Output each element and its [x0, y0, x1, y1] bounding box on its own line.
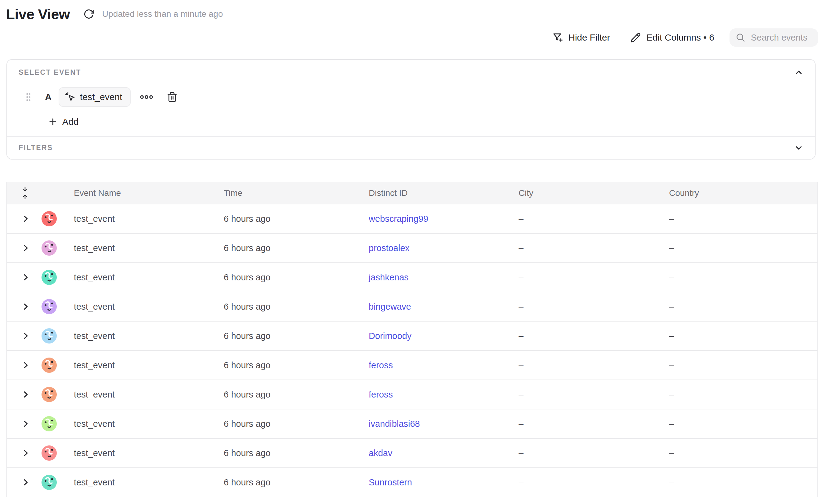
delete-event-button[interactable]	[167, 91, 178, 103]
expand-row-button[interactable]	[21, 214, 30, 223]
city-cell: –	[519, 214, 669, 224]
refresh-button[interactable]	[83, 8, 94, 19]
expand-row-button[interactable]	[21, 390, 30, 399]
query-builder-card: SELECT EVENT A	[6, 59, 816, 160]
drag-handle-icon[interactable]	[25, 92, 32, 102]
event-select-chip[interactable]: test_event	[58, 87, 130, 107]
collapse-section-button[interactable]	[794, 68, 803, 77]
chevron-right-icon	[21, 302, 30, 311]
expand-row-button[interactable]	[21, 478, 30, 487]
city-cell: –	[519, 419, 669, 429]
search-events-input[interactable]	[750, 32, 812, 43]
city-cell: –	[519, 272, 669, 283]
country-cell: –	[669, 419, 818, 429]
hide-filter-button[interactable]: Hide Filter	[552, 32, 610, 43]
country-cell: –	[669, 360, 818, 371]
expand-row-button[interactable]	[21, 331, 30, 341]
select-event-section: SELECT EVENT A	[7, 60, 815, 127]
table-row: test_event 6 hours ago feross – –	[7, 380, 818, 410]
more-options-button[interactable]	[140, 94, 153, 100]
page-header: Live View Updated less than a minute ago	[0, 0, 840, 19]
time-cell: 6 hours ago	[224, 448, 369, 458]
selected-event-label: test_event	[80, 92, 122, 102]
distinct-id-link[interactable]: bingewave	[369, 302, 411, 311]
distinct-id-link[interactable]: feross	[369, 390, 393, 399]
distinct-id-link[interactable]: feross	[369, 360, 393, 370]
table-row: test_event 6 hours ago webscraping99 – –	[7, 204, 818, 234]
pencil-icon	[630, 32, 641, 43]
avatar	[41, 211, 57, 227]
add-label: Add	[62, 116, 78, 127]
chevron-up-icon	[794, 68, 803, 77]
avatar	[41, 299, 57, 314]
distinct-id-link[interactable]: akdav	[369, 448, 392, 458]
expand-row-button[interactable]	[21, 419, 30, 428]
expand-row-button[interactable]	[21, 273, 30, 282]
chevron-right-icon	[21, 478, 30, 487]
event-row: A test_event	[7, 87, 815, 107]
filters-label: FILTERS	[19, 144, 53, 152]
expand-row-button[interactable]	[21, 449, 30, 457]
distinct-id-link[interactable]: Sunrostern	[369, 478, 412, 487]
distinct-id-link[interactable]: jashkenas	[369, 272, 409, 282]
collapse-rows-header-cell[interactable]	[7, 186, 41, 200]
expand-row-button[interactable]	[21, 302, 30, 311]
distinct-id-link[interactable]: ivandiblasi68	[369, 419, 420, 429]
event-name-cell: test_event	[74, 360, 224, 371]
avatar	[41, 358, 57, 373]
time-cell: 6 hours ago	[224, 302, 369, 312]
event-name-cell: test_event	[74, 331, 224, 341]
chevron-right-icon	[21, 214, 30, 223]
event-name-cell: test_event	[74, 272, 224, 283]
column-header-city: City	[519, 188, 669, 198]
hide-filter-label: Hide Filter	[568, 32, 610, 43]
column-header-time: Time	[224, 188, 369, 198]
edit-columns-button[interactable]: Edit Columns • 6	[630, 32, 714, 43]
time-cell: 6 hours ago	[224, 214, 369, 224]
event-name-cell: test_event	[74, 243, 224, 253]
country-cell: –	[669, 478, 818, 487]
plus-icon	[48, 117, 58, 127]
table-row: test_event 6 hours ago Sunrostern – –	[7, 468, 818, 497]
filter-plus-icon	[552, 32, 563, 43]
country-cell: –	[669, 331, 818, 341]
avatar	[41, 387, 57, 402]
chevron-right-icon	[21, 273, 30, 282]
time-cell: 6 hours ago	[224, 390, 369, 400]
avatar	[41, 446, 57, 461]
avatar	[41, 328, 57, 343]
country-cell: –	[669, 302, 818, 312]
event-name-cell: test_event	[74, 419, 224, 429]
event-name-cell: test_event	[74, 478, 224, 487]
filters-section: FILTERS	[7, 136, 815, 159]
add-event-button[interactable]: Add	[48, 116, 78, 127]
city-cell: –	[519, 448, 669, 458]
expand-row-button[interactable]	[21, 361, 30, 370]
distinct-id-link[interactable]: prostoalex	[369, 243, 409, 253]
distinct-id-link[interactable]: Dorimoody	[369, 331, 412, 341]
table-row: test_event 6 hours ago bingewave – –	[7, 292, 818, 322]
country-cell: –	[669, 243, 818, 253]
country-cell: –	[669, 214, 818, 224]
search-events-box[interactable]	[730, 29, 818, 47]
events-table: Event Name Time Distinct ID City Country	[6, 182, 818, 497]
country-cell: –	[669, 390, 818, 400]
table-row: test_event 6 hours ago ivandiblasi68 – –	[7, 410, 818, 439]
city-cell: –	[519, 302, 669, 312]
chevron-right-icon	[21, 331, 30, 341]
expand-filters-button[interactable]	[794, 143, 803, 152]
time-cell: 6 hours ago	[224, 272, 369, 283]
table-body: test_event 6 hours ago webscraping99 – –	[7, 204, 818, 497]
distinct-id-link[interactable]: webscraping99	[369, 214, 428, 223]
expand-row-button[interactable]	[21, 244, 30, 253]
event-name-cell: test_event	[74, 214, 224, 224]
country-cell: –	[669, 448, 818, 458]
event-letter: A	[45, 92, 52, 102]
cursor-click-icon	[65, 91, 76, 103]
event-name-cell: test_event	[74, 302, 224, 312]
refresh-icon	[83, 8, 94, 19]
search-icon	[736, 33, 746, 42]
updated-status: Updated less than a minute ago	[102, 9, 223, 19]
time-cell: 6 hours ago	[224, 360, 369, 371]
city-cell: –	[519, 360, 669, 371]
